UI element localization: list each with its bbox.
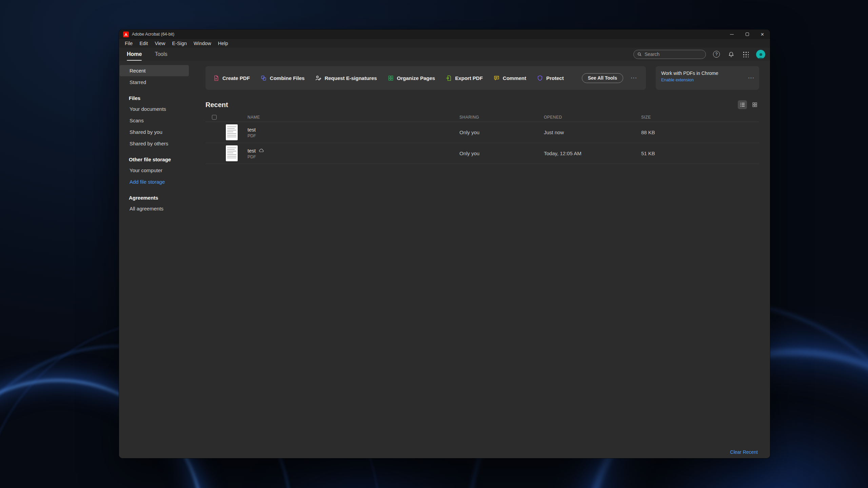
grid-view-toggle[interactable] [750, 100, 759, 109]
sidebar-header-other-file-storage: Other file storage [119, 157, 204, 162]
file-opened: Today, 12:05 AM [544, 150, 641, 156]
app-launcher-button[interactable] [742, 50, 750, 58]
file-size: 88 KB [641, 129, 759, 135]
tool-combine-files[interactable]: Combine Files [260, 75, 305, 81]
tab-home[interactable]: Home [127, 48, 142, 61]
minimize-button[interactable] [724, 29, 739, 39]
cloud-sync-icon [259, 148, 264, 153]
sidebar-item-scans[interactable]: Scans [120, 115, 189, 126]
minimize-icon [730, 34, 734, 35]
search-icon [637, 52, 642, 57]
tool-label: Create PDF [222, 75, 250, 81]
view-toggles [738, 100, 759, 109]
export-pdf-icon [446, 75, 452, 81]
file-table-header: NAME SHARING OPENED SIZE [205, 113, 759, 122]
tool-comment[interactable]: Comment [493, 75, 526, 81]
top-row: Create PDF Combine Files [205, 66, 759, 90]
sidebar-item-starred[interactable]: Starred [120, 77, 189, 88]
menu-view[interactable]: View [151, 39, 169, 48]
organize-pages-icon [388, 75, 394, 81]
file-sharing: Only you [459, 129, 544, 135]
request-esignatures-icon [315, 75, 321, 81]
help-icon: ? [713, 51, 720, 58]
see-all-tools-button[interactable]: See All Tools [582, 73, 623, 83]
chrome-card-title: Work with PDFs in Chrome [661, 70, 754, 76]
tool-label: Comment [503, 75, 526, 81]
chrome-card-more-button[interactable]: ··· [748, 75, 754, 81]
maximize-icon [746, 33, 749, 36]
pdf-thumbnail [226, 124, 238, 140]
sidebar-item-your-computer[interactable]: Your computer [120, 165, 189, 176]
tabbar-right-cluster: ? [633, 50, 765, 59]
tool-protect[interactable]: Protect [537, 75, 564, 81]
tool-request-esignatures[interactable]: Request E-signatures [315, 75, 377, 81]
tool-label: Combine Files [270, 75, 305, 81]
close-button[interactable]: ✕ [755, 29, 770, 39]
menu-bar: File Edit View E-Sign Window Help [119, 39, 770, 48]
tools-more-button[interactable]: ··· [631, 75, 637, 81]
menu-edit[interactable]: Edit [136, 39, 151, 48]
sidebar-item-your-documents[interactable]: Your documents [120, 103, 189, 115]
tab-tools[interactable]: Tools [155, 48, 167, 61]
sidebar-item-all-agreements[interactable]: All agreements [120, 203, 189, 214]
title-bar[interactable]: Adobe Acrobat (64-bit) ✕ [119, 29, 770, 39]
column-header-size[interactable]: SIZE [641, 115, 759, 120]
tool-organize-pages[interactable]: Organize Pages [388, 75, 435, 81]
tab-bar: Home Tools ? [119, 48, 770, 61]
avatar-person-icon [757, 52, 765, 59]
file-name: test [248, 127, 256, 133]
file-type: PDF [248, 134, 459, 138]
tools-strip: Create PDF Combine Files [205, 66, 646, 90]
file-opened: Just now [544, 129, 641, 135]
recent-header-row: Recent [205, 100, 759, 109]
file-name: test [248, 148, 256, 154]
sidebar-item-recent[interactable]: Recent [120, 65, 189, 76]
protect-shield-icon [537, 75, 543, 81]
menu-esign[interactable]: E-Sign [169, 39, 191, 48]
sidebar-header-agreements: Agreements [119, 195, 204, 201]
file-row[interactable]: test PDF Only you Today, 12:05 AM 51 KB [205, 143, 759, 164]
help-button[interactable]: ? [712, 50, 721, 58]
bell-icon [728, 51, 734, 58]
close-icon: ✕ [761, 32, 764, 37]
column-header-opened[interactable]: OPENED [544, 115, 641, 120]
window-controls: ✕ [724, 29, 770, 39]
desktop-wallpaper: Adobe Acrobat (64-bit) ✕ File Edit View … [0, 0, 868, 488]
pdf-thumbnail [226, 145, 238, 161]
sidebar-item-shared-by-you[interactable]: Shared by you [120, 126, 189, 138]
combine-files-icon [260, 75, 267, 81]
sidebar-item-shared-by-others[interactable]: Shared by others [120, 138, 189, 149]
menu-help[interactable]: Help [215, 39, 232, 48]
clear-recent-link[interactable]: Clear Recent [730, 449, 758, 455]
notifications-button[interactable] [727, 50, 735, 58]
recent-heading: Recent [205, 101, 228, 109]
enable-extension-link[interactable]: Enable extension [661, 78, 694, 82]
list-view-icon [739, 102, 746, 108]
create-pdf-icon [213, 75, 219, 81]
sidebar-header-files: Files [119, 95, 204, 101]
sidebar-item-add-file-storage[interactable]: Add file storage [120, 176, 189, 187]
menu-file[interactable]: File [121, 39, 136, 48]
window-title: Adobe Acrobat (64-bit) [132, 32, 174, 37]
file-row[interactable]: test PDF Only you Just now 88 KB [205, 122, 759, 143]
file-sharing: Only you [459, 150, 544, 156]
account-avatar[interactable] [756, 50, 765, 59]
file-type: PDF [248, 155, 459, 159]
tool-label: Protect [546, 75, 564, 81]
select-all-checkbox[interactable] [212, 115, 217, 120]
grid-view-icon [752, 102, 758, 108]
tool-export-pdf[interactable]: Export PDF [446, 75, 483, 81]
content-area: Recent Starred Files Your documents Scan… [119, 61, 770, 458]
tool-label: Export PDF [455, 75, 483, 81]
tool-create-pdf[interactable]: Create PDF [213, 75, 250, 81]
search-input[interactable] [645, 52, 702, 57]
column-header-sharing[interactable]: SHARING [459, 115, 544, 120]
list-view-toggle[interactable] [738, 100, 747, 109]
file-size: 51 KB [641, 150, 759, 156]
maximize-button[interactable] [739, 29, 755, 39]
waffle-grid-icon [743, 51, 749, 57]
acrobat-window: Adobe Acrobat (64-bit) ✕ File Edit View … [119, 29, 770, 458]
search-box[interactable] [633, 50, 706, 59]
column-header-name[interactable]: NAME [248, 115, 459, 120]
menu-window[interactable]: Window [190, 39, 215, 48]
